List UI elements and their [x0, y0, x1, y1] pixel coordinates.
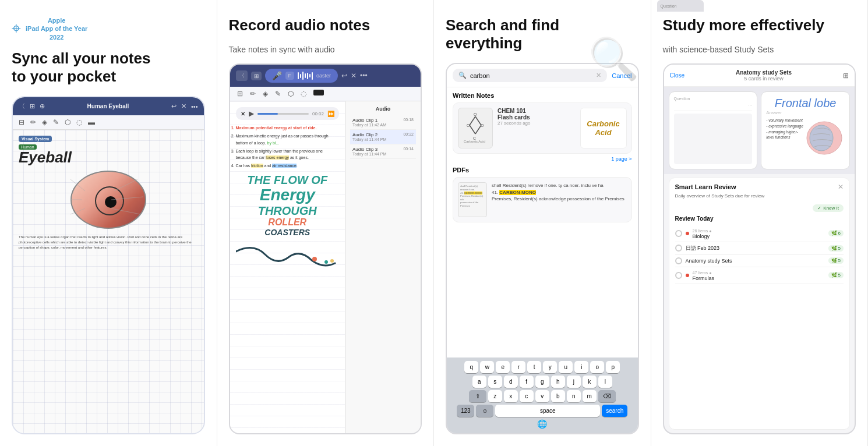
knew-it-row: ✓ Knew It: [675, 204, 844, 212]
search-clear-icon[interactable]: ✕: [596, 72, 601, 79]
panel-search: Search and findeverything 🔍 🔍 carbon ✕ C…: [434, 0, 651, 446]
key-j[interactable]: j: [567, 376, 581, 388]
note-item-4: Car has friction and air resistance.: [236, 162, 340, 169]
record-label: oaster: [316, 73, 331, 79]
review-item-japanese[interactable]: 日語 Feb 2023 🌿 5: [675, 242, 844, 255]
mic-icon: 🎤: [272, 71, 282, 80]
card-options: ···: [674, 103, 753, 111]
key-shift[interactable]: ⇧: [469, 390, 486, 402]
key-w[interactable]: w: [480, 361, 494, 373]
audio-clip-3[interactable]: Audio Clip 3 Today at 11:44 PM 00:14: [350, 144, 416, 159]
key-m[interactable]: m: [583, 390, 597, 402]
key-k[interactable]: k: [583, 376, 597, 388]
key-b[interactable]: b: [551, 390, 565, 402]
note-item-1: Maximum potential energy at start of rid…: [236, 125, 340, 131]
grid-btn[interactable]: ⊞: [251, 72, 262, 80]
clip-date-2: Today at 11:44 PM: [352, 137, 386, 141]
frontal-lobe-text: Frontal lobe: [766, 97, 845, 110]
svg-point-8: [330, 259, 334, 263]
search-input-mock[interactable]: 🔍 carbon ✕: [453, 69, 607, 82]
brain-diagram: - voluntary movement - expressive langua…: [766, 118, 845, 164]
key-t[interactable]: t: [527, 361, 541, 373]
checkmark-icon: ✓: [817, 206, 821, 211]
review-item-biology[interactable]: 26 Items ● Biology 🌿 6: [675, 225, 844, 242]
search-phone: 🔍 carbon ✕ Cancel Written Notes O O O: [446, 63, 639, 434]
dot-red-formulas: [686, 274, 689, 277]
roller-text: ROLLER: [236, 217, 340, 228]
key-g[interactable]: g: [535, 376, 549, 388]
key-emoji[interactable]: ☺: [476, 405, 493, 417]
key-d[interactable]: d: [504, 376, 518, 388]
review-checkbox-biology: [675, 230, 682, 237]
tool-pencil: ✎: [53, 118, 59, 126]
coasters-text: COASTERS: [236, 228, 340, 237]
key-a[interactable]: a: [472, 376, 486, 388]
review-item-formulas[interactable]: 47 Items ● Formulas 🌿 5: [675, 267, 844, 284]
clip-dur-1: 00:18: [403, 118, 414, 127]
tool-eraser: ◈: [263, 90, 268, 98]
flashcard-back: Frontal lobe Answer - voluntary movement…: [761, 91, 850, 169]
cancel-button[interactable]: Cancel: [612, 72, 631, 79]
progress-track: [257, 113, 309, 115]
pdf-result-card[interactable]: shall Resident(s) remove if one. 41. CAR…: [453, 177, 632, 222]
question-label: Question: [674, 97, 753, 101]
key-s[interactable]: s: [488, 376, 502, 388]
panel2-subheading: Take notes in sync with audio: [229, 45, 422, 54]
key-space[interactable]: space: [495, 405, 600, 417]
svg-text:O: O: [474, 112, 477, 116]
formulas-count: 🌿 5: [828, 272, 844, 278]
globe-icon[interactable]: 🌐: [537, 419, 547, 429]
key-i[interactable]: i: [574, 361, 588, 373]
back-icon: 〈: [19, 102, 25, 111]
key-p[interactable]: p: [606, 361, 620, 373]
undo-icon: ↩: [341, 72, 347, 80]
note-result-card[interactable]: O O O C Carbonic Acid CHEM 101Flash card…: [453, 102, 632, 154]
tool-eraser: ◈: [42, 118, 47, 126]
smart-learn-close-icon[interactable]: ✕: [838, 183, 844, 191]
biology-num: 6: [838, 231, 841, 236]
waveform-bar: [300, 74, 301, 78]
kb-row-2: a s d f g h j k l: [449, 376, 636, 388]
key-x[interactable]: x: [504, 390, 518, 402]
key-o[interactable]: o: [590, 361, 604, 373]
key-f[interactable]: f: [520, 376, 534, 388]
panel1-heading: Sync all your notesto your pocket: [12, 49, 205, 86]
review-item-anatomy[interactable]: Anatomy study Sets 🌿 5: [675, 255, 844, 267]
key-e[interactable]: e: [496, 361, 510, 373]
svg-text:O: O: [467, 123, 470, 128]
recording-indicator: 🎤 F oaster: [265, 69, 338, 83]
key-h[interactable]: h: [551, 376, 565, 388]
key-l[interactable]: l: [598, 376, 612, 388]
key-delete[interactable]: ⌫: [598, 390, 616, 402]
close-button[interactable]: Close: [670, 72, 685, 79]
eye-outer: [70, 171, 146, 229]
knew-it-label: Knew It: [823, 206, 839, 211]
key-n[interactable]: n: [567, 390, 581, 402]
audio-clip-2[interactable]: Audio Clip 2 Today at 11:44 PM 00:22: [350, 130, 416, 144]
panel4-heading: Study more effectively: [663, 16, 856, 34]
key-v[interactable]: v: [535, 390, 549, 402]
audio-clip-1[interactable]: Audio Clip 1 Today at 11:42 AM 00:18: [350, 115, 416, 130]
key-q[interactable]: q: [464, 361, 478, 373]
knew-it-badge: ✓ Knew It: [813, 204, 844, 212]
key-numbers[interactable]: 123: [457, 405, 474, 417]
panel-sync-notes: ⌖ Apple iPad App of the Year 2022 Sync a…: [0, 0, 217, 446]
kb-row-4: 123 ☺ space search: [449, 405, 636, 417]
key-z[interactable]: z: [488, 390, 502, 402]
key-y[interactable]: y: [543, 361, 557, 373]
formulas-num: 5: [838, 272, 841, 278]
svg-line-11: [470, 125, 475, 134]
japanese-num: 5: [838, 246, 841, 251]
key-search[interactable]: search: [602, 405, 627, 417]
grid-layout-icon[interactable]: ⊞: [843, 72, 849, 80]
biology-icon: 🌿: [831, 231, 837, 236]
eye-description: The human eye is a sense organ that reac…: [19, 235, 198, 250]
key-c[interactable]: c: [520, 390, 534, 402]
key-u[interactable]: u: [559, 361, 573, 373]
back-btn[interactable]: 〈: [236, 70, 248, 81]
key-r[interactable]: r: [511, 361, 525, 373]
waveform-bar: [309, 74, 310, 77]
waveform-bar: [305, 73, 306, 78]
close-icon: ✕: [181, 102, 186, 110]
svg-point-7: [324, 260, 328, 264]
